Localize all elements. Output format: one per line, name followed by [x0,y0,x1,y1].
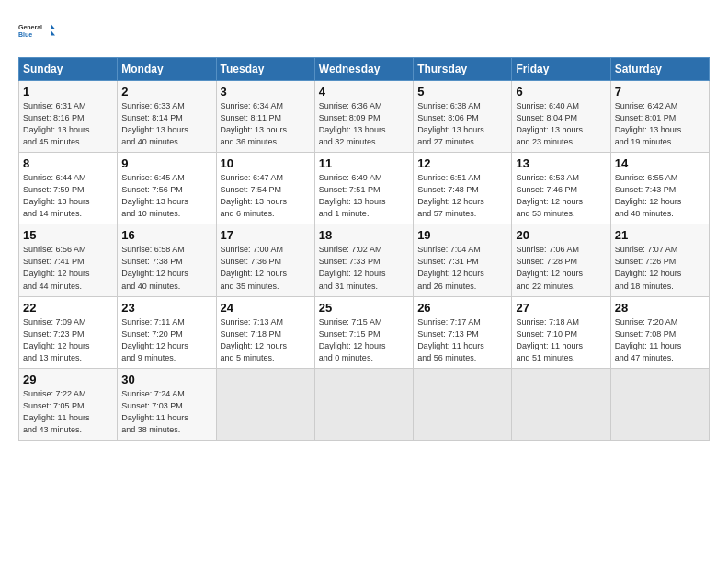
day-info: Sunrise: 6:42 AMSunset: 8:01 PMDaylight:… [615,101,682,146]
day-number: 15 [23,228,113,242]
calendar-row: 22Sunrise: 7:09 AMSunset: 7:23 PMDayligh… [19,296,710,368]
logo: General Blue [18,15,55,48]
page: General Blue Sunday Monday Tuesday Wedne… [0,0,728,452]
day-info: Sunrise: 7:02 AMSunset: 7:33 PMDaylight:… [319,245,386,290]
logo-svg: General Blue [18,15,55,48]
day-info: Sunrise: 7:20 AMSunset: 7:08 PMDaylight:… [615,317,682,362]
svg-marker-3 [51,30,55,36]
table-row: 24Sunrise: 7:13 AMSunset: 7:18 PMDayligh… [216,296,314,368]
day-info: Sunrise: 6:44 AMSunset: 7:59 PMDaylight:… [23,173,90,218]
day-number: 26 [417,301,507,315]
day-info: Sunrise: 7:18 AMSunset: 7:10 PMDaylight:… [516,317,583,362]
day-number: 1 [23,85,113,98]
day-info: Sunrise: 7:06 AMSunset: 7:28 PMDaylight:… [516,245,583,290]
day-number: 30 [121,373,211,386]
col-monday: Monday [118,58,216,81]
day-info: Sunrise: 7:15 AMSunset: 7:15 PMDaylight:… [319,317,386,362]
table-row: 20Sunrise: 7:06 AMSunset: 7:28 PMDayligh… [512,224,610,296]
svg-text:Blue: Blue [18,31,32,38]
day-info: Sunrise: 6:55 AMSunset: 7:43 PMDaylight:… [615,173,682,218]
day-number: 9 [121,156,211,170]
table-row: 1Sunrise: 6:31 AMSunset: 8:16 PMDaylight… [19,81,118,153]
day-info: Sunrise: 7:24 AMSunset: 7:03 PMDaylight:… [121,389,188,434]
col-thursday: Thursday [414,58,512,81]
day-info: Sunrise: 6:31 AMSunset: 8:16 PMDaylight:… [23,101,90,146]
calendar-row: 15Sunrise: 6:56 AMSunset: 7:41 PMDayligh… [19,224,710,296]
day-number: 17 [221,228,311,242]
day-info: Sunrise: 6:53 AMSunset: 7:46 PMDaylight:… [516,173,583,218]
day-info: Sunrise: 7:07 AMSunset: 7:26 PMDaylight:… [615,245,682,290]
day-number: 4 [319,85,409,98]
day-info: Sunrise: 6:49 AMSunset: 7:51 PMDaylight:… [319,173,386,218]
table-row: 17Sunrise: 7:00 AMSunset: 7:36 PMDayligh… [216,224,314,296]
table-row: 10Sunrise: 6:47 AMSunset: 7:54 PMDayligh… [216,153,314,224]
table-row: 12Sunrise: 6:51 AMSunset: 7:48 PMDayligh… [414,153,512,224]
day-number: 8 [23,156,113,170]
day-info: Sunrise: 7:00 AMSunset: 7:36 PMDaylight:… [221,245,288,290]
table-row: 8Sunrise: 6:44 AMSunset: 7:59 PMDaylight… [19,153,118,224]
day-info: Sunrise: 6:58 AMSunset: 7:38 PMDaylight:… [121,245,188,290]
table-row: 9Sunrise: 6:45 AMSunset: 7:56 PMDaylight… [118,153,216,224]
day-info: Sunrise: 6:34 AMSunset: 8:11 PMDaylight:… [221,101,288,146]
day-info: Sunrise: 6:40 AMSunset: 8:04 PMDaylight:… [516,101,583,146]
day-info: Sunrise: 7:04 AMSunset: 7:31 PMDaylight:… [417,245,484,290]
table-row: 5Sunrise: 6:38 AMSunset: 8:06 PMDaylight… [414,81,512,153]
day-info: Sunrise: 6:38 AMSunset: 8:06 PMDaylight:… [417,101,484,146]
day-number: 5 [417,85,507,98]
header: General Blue [18,15,710,48]
day-number: 16 [121,228,211,242]
day-number: 24 [221,301,311,315]
table-row: 2Sunrise: 6:33 AMSunset: 8:14 PMDaylight… [118,81,216,153]
table-row: 15Sunrise: 6:56 AMSunset: 7:41 PMDayligh… [19,224,118,296]
header-row: Sunday Monday Tuesday Wednesday Thursday… [19,58,710,81]
day-number: 2 [121,85,211,98]
day-info: Sunrise: 6:36 AMSunset: 8:09 PMDaylight:… [319,101,386,146]
day-info: Sunrise: 6:51 AMSunset: 7:48 PMDaylight:… [417,173,484,218]
day-info: Sunrise: 6:47 AMSunset: 7:54 PMDaylight:… [221,173,288,218]
table-row [216,368,314,440]
calendar-row: 29Sunrise: 7:22 AMSunset: 7:05 PMDayligh… [19,368,710,440]
day-info: Sunrise: 7:11 AMSunset: 7:20 PMDaylight:… [121,317,188,362]
day-info: Sunrise: 6:56 AMSunset: 7:41 PMDaylight:… [23,245,90,290]
day-info: Sunrise: 6:33 AMSunset: 8:14 PMDaylight:… [121,101,188,146]
day-number: 20 [516,228,606,242]
day-number: 11 [319,156,409,170]
day-number: 7 [615,85,705,98]
table-row [414,368,512,440]
table-row: 19Sunrise: 7:04 AMSunset: 7:31 PMDayligh… [414,224,512,296]
col-friday: Friday [512,58,610,81]
table-row [610,368,709,440]
day-number: 23 [121,301,211,315]
table-row: 14Sunrise: 6:55 AMSunset: 7:43 PMDayligh… [610,153,709,224]
table-row: 21Sunrise: 7:07 AMSunset: 7:26 PMDayligh… [610,224,709,296]
table-row: 16Sunrise: 6:58 AMSunset: 7:38 PMDayligh… [118,224,216,296]
day-number: 6 [516,85,606,98]
table-row: 13Sunrise: 6:53 AMSunset: 7:46 PMDayligh… [512,153,610,224]
table-row: 22Sunrise: 7:09 AMSunset: 7:23 PMDayligh… [19,296,118,368]
table-row: 6Sunrise: 6:40 AMSunset: 8:04 PMDaylight… [512,81,610,153]
day-number: 29 [23,373,113,386]
logo-icon: General Blue [18,15,55,48]
calendar-header: Sunday Monday Tuesday Wednesday Thursday… [19,58,710,81]
svg-text:General: General [18,24,42,30]
day-number: 22 [23,301,113,315]
table-row [512,368,610,440]
day-info: Sunrise: 7:17 AMSunset: 7:13 PMDaylight:… [417,317,484,362]
day-number: 18 [319,228,409,242]
day-number: 25 [319,301,409,315]
day-number: 19 [417,228,507,242]
table-row: 25Sunrise: 7:15 AMSunset: 7:15 PMDayligh… [314,296,413,368]
day-info: Sunrise: 7:09 AMSunset: 7:23 PMDaylight:… [23,317,90,362]
table-row: 3Sunrise: 6:34 AMSunset: 8:11 PMDaylight… [216,81,314,153]
day-number: 12 [417,156,507,170]
table-row: 7Sunrise: 6:42 AMSunset: 8:01 PMDaylight… [610,81,709,153]
day-info: Sunrise: 7:13 AMSunset: 7:18 PMDaylight:… [221,317,288,362]
day-number: 13 [516,156,606,170]
table-row: 28Sunrise: 7:20 AMSunset: 7:08 PMDayligh… [610,296,709,368]
calendar-row: 8Sunrise: 6:44 AMSunset: 7:59 PMDaylight… [19,153,710,224]
table-row: 4Sunrise: 6:36 AMSunset: 8:09 PMDaylight… [314,81,413,153]
day-number: 14 [615,156,705,170]
table-row: 23Sunrise: 7:11 AMSunset: 7:20 PMDayligh… [118,296,216,368]
day-number: 10 [221,156,311,170]
svg-marker-2 [51,24,55,29]
